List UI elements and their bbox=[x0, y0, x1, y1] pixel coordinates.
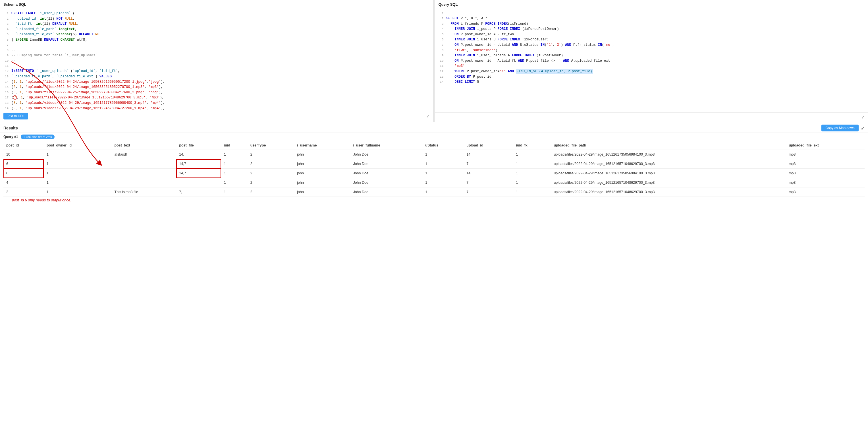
line-number: 6 bbox=[437, 37, 444, 42]
table-cell: john bbox=[294, 159, 350, 169]
query-code-line: 12 WHERE P.post_owner_id='1' AND FIND_IN… bbox=[435, 69, 868, 74]
query-panel-footer: ⤢ bbox=[435, 112, 868, 122]
column-header: post_text bbox=[112, 141, 177, 150]
line-number: 12 bbox=[2, 68, 8, 74]
table-cell: This is mp3 file bbox=[112, 187, 177, 197]
query-code-line: 9 INNER JOIN i_user_uploads A FORCE INDE… bbox=[435, 53, 868, 58]
query-code-line: 13 ORDER BY P.post_id bbox=[435, 74, 868, 80]
line-number: 11 bbox=[437, 63, 444, 68]
query-code-area[interactable]: 12SELECT P.*, U.*, A.*3 FROM i_friends F… bbox=[435, 9, 868, 112]
text-to-ddl-button[interactable]: Text to DDL bbox=[3, 113, 28, 119]
table-cell: 2 bbox=[3, 187, 44, 197]
schema-code-line: 9-- Dumping data for table `i_user_uploa… bbox=[0, 53, 433, 58]
query-code-line: 1 bbox=[435, 11, 868, 16]
table-header: post_idpost_owner_idpost_textpost_fileiu… bbox=[3, 141, 865, 150]
table-cell: 2 bbox=[248, 150, 294, 159]
table-cell: uploads/files/2022-04-29/image_165121657… bbox=[551, 159, 786, 169]
table-cell: 14, bbox=[176, 150, 221, 159]
line-number: 10 bbox=[2, 58, 8, 63]
table-cell: 2 bbox=[248, 178, 294, 187]
table-cell: 1 bbox=[221, 150, 248, 159]
results-title: Results bbox=[3, 126, 18, 130]
schema-panel-title: Schema SQL bbox=[0, 0, 433, 9]
annotation-wrapper: post_idpost_owner_idpost_textpost_fileiu… bbox=[3, 141, 865, 202]
table-cell: John Doe bbox=[350, 178, 422, 187]
line-number: 18 bbox=[2, 100, 8, 106]
schema-code-line: 13`uploaded_file_path`, `uploaded_file_e… bbox=[0, 74, 433, 79]
table-cell: 2 bbox=[248, 187, 294, 197]
table-cell bbox=[112, 169, 177, 178]
query-code-line: 14 DESC LIMIT 5 bbox=[435, 79, 868, 85]
table-cell: 1 bbox=[221, 187, 248, 197]
table-cell: 14,7 bbox=[176, 159, 221, 169]
schema-code-line: 14(1, 1, 'uploads/files/2022-04-24/image… bbox=[0, 79, 433, 85]
schema-panel: Schema SQL 1CREATE TABLE `i_user_uploads… bbox=[0, 0, 433, 122]
table-cell: 6 bbox=[3, 169, 44, 178]
table-cell: 7 bbox=[464, 159, 513, 169]
table-cell: 1 bbox=[221, 169, 248, 178]
schema-code-line: 11 bbox=[0, 63, 433, 68]
schema-expand-icon[interactable]: ⤢ bbox=[426, 114, 430, 118]
schema-code-line: 15(2, 1, 'uploads/files/2022-04-24/image… bbox=[0, 85, 433, 90]
line-number: 3 bbox=[437, 21, 444, 26]
schema-code-line: 19(9, 1, 'uploads/videos/2022-04-29/imag… bbox=[0, 106, 433, 110]
table-row: 101afsfasdf14,12johnJohn Doe1141uploads/… bbox=[3, 150, 865, 159]
table-cell: John Doe bbox=[350, 169, 422, 178]
column-header: i_username bbox=[294, 141, 350, 150]
schema-code-line: 12INSERT INTO `i_user_uploads` (`upload_… bbox=[0, 68, 433, 74]
table-cell: 14 bbox=[464, 169, 513, 178]
column-header: iuid_fk bbox=[513, 141, 551, 150]
table-cell bbox=[112, 178, 177, 187]
table-cell: uploads/files/2022-04-29/image_165126173… bbox=[551, 150, 786, 159]
schema-code-line: 17(7, 1, 'uploads/files/2022-04-29/image… bbox=[0, 95, 433, 100]
table-cell: john bbox=[294, 150, 350, 159]
table-cell: uploads/files/2022-04-29/image_165121657… bbox=[551, 187, 786, 197]
table-cell: 7 bbox=[464, 187, 513, 197]
table-cell: 1 bbox=[513, 159, 551, 169]
copy-as-markdown-button[interactable]: Copy as Markdown bbox=[822, 125, 859, 131]
table-cell: 1 bbox=[422, 150, 464, 159]
table-cell: 6 bbox=[3, 159, 44, 169]
table-row: 6114,712johnJohn Doe1141uploads/files/20… bbox=[3, 169, 865, 178]
column-header: post_file bbox=[176, 141, 221, 150]
schema-code-line: 3 `iuid_fk` int(11) DEFAULT NULL, bbox=[0, 21, 433, 27]
line-number: 6 bbox=[2, 37, 8, 42]
results-table: post_idpost_owner_idpost_textpost_fileiu… bbox=[3, 141, 865, 197]
table-cell: 1 bbox=[513, 187, 551, 197]
column-header: post_owner_id bbox=[44, 141, 112, 150]
table-cell: 1 bbox=[44, 178, 112, 187]
line-number: 9 bbox=[437, 53, 444, 58]
schema-panel-footer: Text to DDL ⤢ bbox=[0, 110, 433, 122]
table-cell: John Doe bbox=[350, 150, 422, 159]
table-cell: uploads/files/2022-04-29/image_165126173… bbox=[551, 169, 786, 178]
column-header: upload_id bbox=[464, 141, 513, 150]
schema-code-line: 5 `uploaded_file_ext` varchar(5) DEFAULT… bbox=[0, 32, 433, 37]
schema-code-line: 10-- bbox=[0, 58, 433, 64]
line-number: 17 bbox=[2, 95, 8, 100]
line-number: 14 bbox=[2, 79, 8, 85]
column-header: uploaded_file_path bbox=[551, 141, 786, 150]
line-number: 13 bbox=[437, 74, 444, 79]
column-header: post_id bbox=[3, 141, 44, 150]
results-panel: Results Copy as Markdown ⤢ Query #1 Exec… bbox=[0, 122, 868, 446]
line-number: 3 bbox=[2, 21, 8, 26]
query-expand-icon[interactable]: ⤢ bbox=[861, 115, 865, 119]
table-cell: uploads/files/2022-04-29/image_165121657… bbox=[551, 178, 786, 187]
line-number: 1 bbox=[2, 11, 8, 16]
schema-code-line: 2 `upload_id` int(11) NOT NULL, bbox=[0, 16, 433, 22]
table-row: 6114,712johnJohn Doe171uploads/files/202… bbox=[3, 159, 865, 169]
schema-code-area[interactable]: 1CREATE TABLE `i_user_uploads` (2 `uploa… bbox=[0, 9, 433, 110]
query-code-line: 5 ON P.post_owner_id = F.fr_two bbox=[435, 32, 868, 37]
results-subheader: Query #1 Execution time: 2ms bbox=[0, 133, 868, 141]
table-cell: 2 bbox=[248, 159, 294, 169]
results-table-container[interactable]: post_idpost_owner_idpost_textpost_fileiu… bbox=[0, 141, 868, 446]
results-header: Results Copy as Markdown ⤢ bbox=[0, 122, 868, 133]
line-number: 13 bbox=[2, 74, 8, 79]
table-cell: John Doe bbox=[350, 187, 422, 197]
table-cell: 2 bbox=[248, 169, 294, 178]
line-number: 9 bbox=[2, 53, 8, 58]
table-cell: mp3 bbox=[786, 178, 865, 187]
schema-code-line: 4 `uploaded_file_path` longtext, bbox=[0, 27, 433, 32]
results-expand-icon[interactable]: ⤢ bbox=[861, 125, 865, 131]
line-number: 8 bbox=[2, 48, 8, 53]
